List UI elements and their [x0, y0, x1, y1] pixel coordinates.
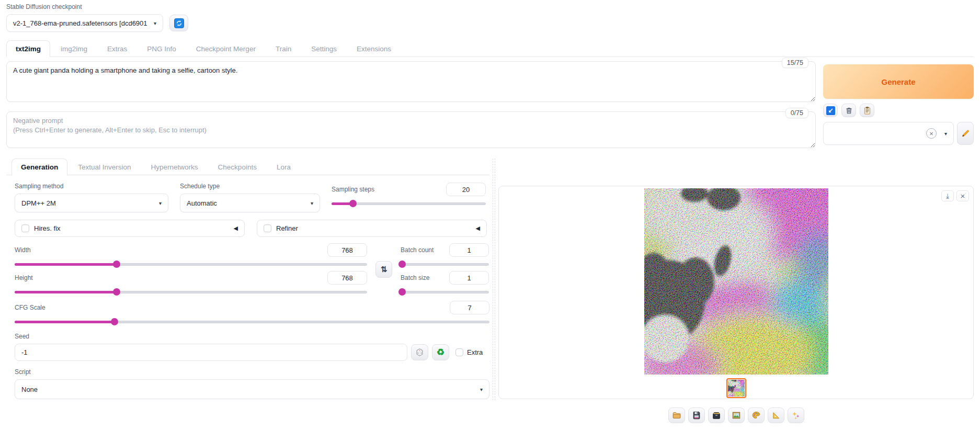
- generate-column: Generate: [823, 61, 974, 148]
- prompt-column: 15/75 A cute giant panda holding a smart…: [6, 61, 816, 148]
- batch-size-field: Batch size 1: [401, 271, 489, 296]
- paste-generation-params-button[interactable]: [823, 104, 838, 117]
- save-image-button[interactable]: [688, 408, 705, 423]
- height-input[interactable]: 768: [327, 271, 367, 285]
- chevron-down-icon: ▾: [944, 131, 947, 137]
- clear-prompt-button[interactable]: [841, 104, 856, 117]
- pencil-icon: [961, 129, 970, 138]
- generate-tools-row: [823, 104, 974, 117]
- clear-styles-icon[interactable]: ×: [926, 128, 937, 139]
- settings-column: Generation Textual Inversion Hypernetwor…: [6, 159, 489, 399]
- hires-fix-accordion[interactable]: Hires. fix ◀: [15, 220, 245, 237]
- sparkles-icon: [791, 411, 801, 420]
- extra-seed-label: Extra: [467, 348, 483, 356]
- batch-count-slider[interactable]: [401, 261, 489, 268]
- generate-button[interactable]: Generate: [823, 64, 974, 99]
- tab-textual-inversion[interactable]: Textual Inversion: [69, 159, 140, 175]
- script-label: Script: [15, 368, 489, 376]
- sampling-steps-field: Sampling steps 20: [332, 183, 486, 212]
- sampling-method-field: Sampling method DPM++ 2M ▾: [15, 183, 168, 212]
- send-to-extras-button[interactable]: [768, 408, 784, 423]
- tab-checkpoint-merger[interactable]: Checkpoint Merger: [187, 40, 265, 57]
- batch-size-slider[interactable]: [401, 288, 489, 296]
- apply-styles-button[interactable]: [860, 104, 874, 117]
- thumbnail-selected[interactable]: [726, 378, 746, 398]
- tab-extensions[interactable]: Extensions: [347, 40, 401, 57]
- random-seed-button[interactable]: [411, 344, 428, 360]
- checkpoint-value: v2-1_768-ema-pruned.safetensors [dcd6901: [13, 19, 150, 27]
- sampling-steps-slider[interactable]: [332, 200, 486, 207]
- tab-extras[interactable]: Extras: [98, 40, 136, 57]
- batch-size-label: Batch size: [401, 274, 429, 281]
- upscale-button[interactable]: [788, 408, 804, 423]
- gallery-tools-row: [498, 408, 974, 423]
- recycle-icon: ♻: [437, 348, 445, 357]
- tab-checkpoints[interactable]: Checkpoints: [209, 159, 266, 175]
- prompt-section: 15/75 A cute giant panda holding a smart…: [6, 61, 974, 148]
- chevron-down-icon: ▾: [159, 200, 162, 206]
- tab-generation[interactable]: Generation: [12, 159, 67, 175]
- height-field: Height 768: [15, 271, 367, 296]
- hires-fix-label: Hires. fix: [34, 224, 61, 232]
- tab-img2img[interactable]: img2img: [51, 40, 97, 57]
- sampling-steps-input[interactable]: 20: [446, 183, 486, 196]
- checkpoint-row: v2-1_768-ema-pruned.safetensors [dcd6901…: [6, 14, 974, 32]
- reuse-seed-button[interactable]: ♻: [432, 344, 449, 360]
- generated-image[interactable]: [644, 188, 828, 375]
- close-icon: ×: [961, 192, 965, 200]
- styles-dropdown[interactable]: × ▾: [823, 122, 954, 145]
- card-file-box-icon: [712, 411, 721, 420]
- accordion-arrow-icon: ◀: [234, 225, 238, 232]
- tab-hypernetworks[interactable]: Hypernetworks: [142, 159, 208, 175]
- close-gallery-button[interactable]: ×: [956, 190, 969, 201]
- schedule-type-dropdown[interactable]: Automatic ▾: [180, 194, 320, 212]
- tab-train[interactable]: Train: [266, 40, 301, 57]
- refresh-checkpoint-button[interactable]: [169, 15, 188, 31]
- swap-icon: ⇅: [381, 265, 388, 274]
- refresh-icon: [174, 18, 184, 28]
- download-icon: ⤓: [946, 193, 949, 199]
- tab-lora[interactable]: Lora: [267, 159, 300, 175]
- chevron-down-icon: ▾: [154, 20, 156, 26]
- framed-picture-icon: [732, 411, 741, 420]
- batch-size-input[interactable]: 1: [449, 271, 489, 285]
- batch-count-input[interactable]: 1: [449, 243, 489, 257]
- width-input[interactable]: 768: [327, 243, 367, 257]
- triangle-ruler-icon: [771, 411, 781, 420]
- batch-count-field: Batch count 1: [401, 243, 489, 268]
- accordion-arrow-icon: ◀: [476, 225, 480, 232]
- clipboard-icon: [863, 106, 872, 115]
- save-zip-button[interactable]: [708, 408, 725, 423]
- hires-fix-checkbox[interactable]: [21, 224, 29, 232]
- tab-txt2img[interactable]: txt2img: [6, 40, 50, 57]
- sampling-method-dropdown[interactable]: DPM++ 2M ▾: [15, 194, 168, 212]
- tab-png-info[interactable]: PNG Info: [138, 40, 186, 57]
- styles-row: × ▾: [823, 122, 974, 145]
- cfg-scale-slider[interactable]: [15, 318, 489, 325]
- width-field: Width 768: [15, 243, 367, 268]
- tab-settings[interactable]: Settings: [302, 40, 346, 57]
- refiner-label: Refiner: [276, 224, 298, 232]
- height-slider[interactable]: [15, 288, 367, 296]
- main-tab-bar: txt2img img2img Extras PNG Info Checkpoi…: [6, 40, 974, 57]
- send-to-img2img-button[interactable]: [728, 408, 745, 423]
- chevron-down-icon: ▾: [480, 387, 483, 392]
- palette-icon: [751, 411, 761, 420]
- column-divider: [493, 159, 495, 400]
- send-to-inpaint-button[interactable]: [748, 408, 765, 423]
- swap-dimensions-button[interactable]: ⇅: [375, 261, 392, 278]
- refiner-checkbox[interactable]: [264, 224, 271, 232]
- extra-seed-checkbox[interactable]: [455, 348, 463, 356]
- width-slider[interactable]: [15, 261, 367, 268]
- checkpoint-dropdown[interactable]: v2-1_768-ema-pruned.safetensors [dcd6901…: [6, 14, 163, 32]
- dice-icon: [415, 348, 424, 357]
- edit-styles-button[interactable]: [957, 122, 974, 145]
- refiner-accordion[interactable]: Refiner ◀: [257, 220, 487, 237]
- cfg-scale-input[interactable]: 7: [450, 301, 489, 314]
- negative-prompt-input[interactable]: [6, 111, 816, 148]
- prompt-input[interactable]: A cute giant panda holding a smartphone …: [6, 61, 816, 102]
- open-output-folder-button[interactable]: [668, 408, 685, 423]
- download-image-button[interactable]: ⤓: [941, 190, 954, 201]
- script-dropdown[interactable]: None ▾: [15, 379, 489, 399]
- seed-input[interactable]: -1: [15, 344, 407, 361]
